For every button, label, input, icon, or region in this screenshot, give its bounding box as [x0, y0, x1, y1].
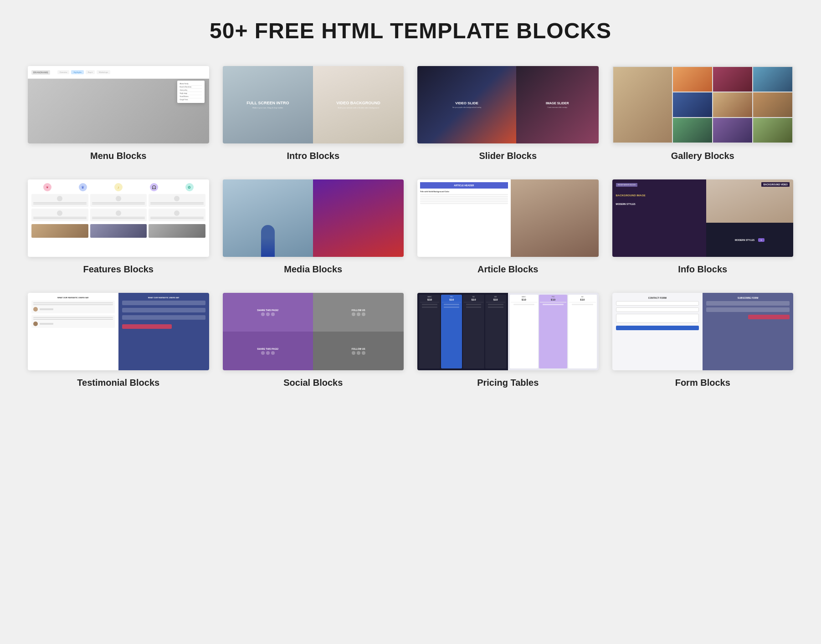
share-icon-f2: [261, 351, 265, 355]
share-icon-t: [266, 312, 270, 316]
block-item-intro[interactable]: FULL SCREEN INTRO Make it your own. Drag…: [223, 66, 404, 161]
fc-icon-2: [116, 196, 121, 201]
intro-preview: FULL SCREEN INTRO Make it your own. Drag…: [223, 66, 404, 143]
info-left-panel: TRENDY WEBSITE BLOCKS BACKGROUND IMAGE M…: [612, 179, 707, 257]
pc-price-2: $10: [449, 298, 454, 301]
features-preview: ♥ ♛ ♪ 🎧 ✿: [28, 179, 209, 257]
features-bottom-1: [31, 224, 88, 238]
form-submit-btn[interactable]: [616, 326, 699, 330]
form-sub-input-2[interactable]: [706, 307, 790, 312]
fc-lines-2: [92, 202, 145, 205]
pc-feature-2: [422, 307, 437, 308]
media-blocks-label: Media Blocks: [284, 264, 342, 275]
intro-right-title: VIDEO BACKGROUND: [336, 101, 380, 106]
intro-left-panel: FULL SCREEN INTRO Make it your own. Drag…: [223, 66, 313, 143]
form-input-1[interactable]: [616, 301, 699, 306]
form-sub-btn[interactable]: [748, 315, 790, 319]
pc-line-4: [486, 302, 505, 302]
share-icons-bottom: [261, 351, 275, 355]
fc-line-1b: [33, 204, 87, 204]
nav-item-buy: Buy ▾: [86, 70, 95, 74]
pc2-title-1: BASIC: [522, 296, 526, 298]
menu-blocks-label: Menu Blocks: [90, 151, 146, 161]
block-item-media[interactable]: Media Blocks: [223, 179, 404, 275]
form-input-2[interactable]: [616, 307, 699, 312]
social-bottom-row: SHARE THIS PAGE! FOLLOW US: [223, 332, 404, 370]
article-right-panel: [511, 179, 599, 257]
intro-blocks-label: Intro Blocks: [287, 151, 339, 161]
block-item-features[interactable]: ♥ ♛ ♪ 🎧 ✿: [28, 179, 209, 275]
article-line-5: [420, 201, 508, 202]
block-item-pricing[interactable]: BASIC $10 PRO $10 BIZ $10: [417, 293, 599, 388]
fc-lines-1: [33, 202, 87, 205]
pricing-tables-label: Pricing Tables: [477, 378, 539, 388]
fc-line-4b: [33, 218, 87, 219]
feature-icon-music: ♪: [114, 183, 123, 191]
block-item-info[interactable]: TRENDY WEBSITE BLOCKS BACKGROUND IMAGE M…: [612, 179, 794, 275]
testimonial-card-1: [31, 301, 115, 313]
price-col2-3: BIZ $10: [568, 295, 596, 368]
block-item-form[interactable]: CONTACT FORM SUBSCRIBE FORM Form Blocks: [612, 293, 794, 388]
pc-price-3: $10: [471, 298, 476, 301]
pc-price-1: $10: [427, 298, 432, 301]
block-item-menu[interactable]: BRANDNAME Overview Highlights Buy ▾ Work…: [28, 66, 209, 161]
info-btn[interactable]: ▶: [758, 238, 765, 242]
dd-item-2: Board in Barcelona: [180, 86, 202, 89]
article-subtitle: Title with Solid Background Color: [420, 190, 508, 193]
follow-text-bottom: FOLLOW US: [352, 348, 365, 350]
dd-item-4: Single stage: [180, 92, 202, 95]
menu-brand: BRANDNAME: [31, 70, 50, 75]
slider-left-panel: VIDEO SLIDE Use your popular video backg…: [417, 66, 516, 143]
block-item-testimonial[interactable]: WHAT OUR FANTASTIC USERS SAY: [28, 293, 209, 388]
feature-icon-heart: ♥: [43, 183, 51, 191]
article-header-bar: ARTICLE HEADER: [420, 182, 508, 189]
block-item-social[interactable]: SHARE THIS PAGE! FOLLOW US: [223, 293, 404, 388]
tc-avatar-row-2: [33, 322, 113, 326]
block-item-slider[interactable]: VIDEO SLIDE Use your popular video backg…: [417, 66, 599, 161]
price-col-2-featured: PRO $10: [441, 295, 462, 368]
form-input-3[interactable]: [616, 314, 699, 323]
gallery-item-7: [753, 67, 792, 92]
blocks-grid: BRANDNAME Overview Highlights Buy ▾ Work…: [28, 66, 793, 388]
pc-feature-5: [466, 304, 482, 305]
info-right-panel: BACKGROUND VIDEO MODERN STYLES ▶: [706, 179, 793, 257]
media-right-panel: [313, 179, 404, 257]
article-left-panel: ARTICLE HEADER Title with Solid Backgrou…: [417, 179, 511, 257]
tc-avatar-row: [33, 307, 113, 312]
gallery-item-4: [713, 67, 752, 92]
pc2-f-1: [513, 304, 535, 305]
testimonial-submit-btn[interactable]: [122, 324, 172, 329]
intro-right-panel: VIDEO BACKGROUND Build your website with…: [313, 66, 404, 143]
testimonial-title: WHAT OUR FANTASTIC USERS SAY: [31, 296, 115, 299]
fc-line-3a: [150, 202, 204, 203]
form-contact-title: CONTACT FORM: [616, 296, 699, 299]
block-item-gallery[interactable]: Gallery Blocks: [612, 66, 794, 161]
feature-card-4: [31, 209, 88, 221]
article-line-6: [420, 203, 508, 204]
menu-dropdown: Atlanta Family Board in Barcelona Jeans …: [177, 81, 205, 103]
features-bottom-row: [31, 224, 205, 238]
dd-item-5: Social Buttons: [180, 95, 202, 98]
price-col2-2-featured: PRO $10: [539, 295, 567, 368]
slider-blocks-label: Slider Blocks: [479, 151, 537, 161]
fc-line-2b: [92, 204, 145, 204]
share-icon-g: [271, 312, 275, 316]
features-bottom-2: [90, 224, 147, 238]
slider-right-title: IMAGE SLIDER: [546, 101, 569, 105]
share-icon-g2: [271, 351, 275, 355]
gallery-item-6: [713, 118, 752, 143]
fc-line-5a: [92, 217, 145, 218]
pc-feature-7: [488, 304, 503, 305]
pc-line-2: [442, 302, 461, 302]
testimonial-left-panel: WHAT OUR FANTASTIC USERS SAY: [28, 293, 118, 370]
testimonial-input-1: [122, 301, 205, 305]
slider-right-panel: IMAGE SLIDER Create immersive slider ove…: [516, 66, 598, 143]
fc-line-4a: [33, 217, 87, 218]
share-text-top: SHARE THIS PAGE!: [257, 309, 278, 312]
fc-line-6a: [150, 217, 204, 218]
form-sub-input-1[interactable]: [706, 301, 790, 306]
slider-preview: VIDEO SLIDE Use your popular video backg…: [417, 66, 599, 143]
tc-avatar-2: [33, 322, 38, 326]
testimonial-right-panel: WHAT OUR FANTASTIC USERS SAY: [118, 293, 209, 370]
block-item-article[interactable]: ARTICLE HEADER Title with Solid Backgrou…: [417, 179, 599, 275]
